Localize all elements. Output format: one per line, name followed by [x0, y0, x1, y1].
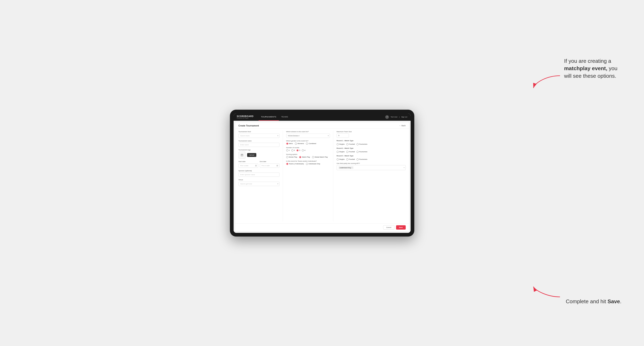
round1-label: Round 1 - Match Type [337, 140, 406, 142]
end-date-group: End date ▦ [260, 161, 280, 168]
round1-options: Singles Fourball Foursomes [337, 143, 406, 145]
round-4[interactable]: 4 [302, 149, 305, 152]
round-3[interactable]: 3 [296, 149, 300, 152]
save-button[interactable]: Save [396, 225, 406, 230]
cancel-button[interactable]: Cancel [383, 225, 394, 230]
back-link[interactable]: ← Back [399, 125, 406, 127]
start-date-label: Start date [238, 161, 258, 163]
api-select-wrap: Leaderboard King × ▾ [337, 165, 406, 170]
form-body: Tournament Host Tournament name Tourname… [235, 129, 409, 223]
main-content: Create Tournament ← Back Tournament Host [234, 121, 410, 233]
max-team-size-input[interactable] [337, 133, 349, 138]
round2-fourball[interactable]: Fourball [346, 151, 355, 153]
gender-combined[interactable]: Combined [306, 143, 316, 145]
tournament-name-group: Tournament name [238, 140, 280, 147]
tournament-name-label: Tournament name [238, 140, 280, 142]
tab-teams[interactable]: TEAMS [279, 113, 291, 121]
round3-options: Singles Fourball Foursomes [337, 158, 406, 161]
api-tag: Leaderboard King × [338, 166, 354, 169]
round1-match-type-group: Round 1 - Match Type Singles Fourball [337, 140, 406, 145]
round2-options: Singles Fourball Foursomes [337, 151, 406, 153]
gender-radio-group: Mens Womens Combined [286, 143, 330, 145]
tournament-host-input[interactable] [238, 134, 280, 138]
round1-singles[interactable]: Singles [337, 143, 345, 145]
brand-name: SCOREBOARD [237, 115, 254, 117]
round2-singles[interactable]: Singles [337, 151, 345, 153]
logo-area: Upload [238, 152, 280, 159]
round3-foursomes[interactable]: Foursomes [356, 158, 368, 161]
user-name: Test User [390, 116, 398, 118]
tournament-logo-group: Tournament logo Upload [238, 149, 280, 159]
round3-fourball[interactable]: Fourball [346, 158, 355, 161]
round3-singles[interactable]: Singles [337, 158, 345, 161]
calendar-icon: ▦ [255, 165, 257, 167]
scoring-label: Scoring system [286, 154, 330, 155]
round1-fourball[interactable]: Fourball [346, 143, 355, 145]
tablet-screen: SCOREBOARD Powered by clippit TOURNAMENT… [234, 113, 410, 233]
form-middle-column: Which division is the event for? NCAA Di… [283, 131, 330, 221]
scoring-group: Scoring system Stroke Play Match Play [286, 154, 330, 158]
sponsor-label: Sponsor (optional) [238, 170, 280, 172]
start-date-wrap: ▦ [238, 163, 258, 168]
round2-foursomes[interactable]: Foursomes [356, 151, 368, 153]
api-label: Use third-party live scoring API? [337, 163, 406, 164]
start-date-group: Start date ▦ [238, 161, 258, 168]
form-footer: Cancel Save [235, 223, 409, 231]
round-1[interactable]: 1 [286, 149, 290, 152]
tournament-name-input[interactable] [238, 143, 280, 147]
sponsor-input[interactable] [238, 173, 280, 177]
venue-label: Venue [238, 179, 280, 181]
round2-match-type-group: Round 2 - Match Type Singles Fourball [337, 147, 406, 153]
annotation-arrow-top [531, 74, 564, 90]
end-date-label: End date [260, 161, 280, 163]
signout-link[interactable]: Sign out [401, 116, 407, 118]
gender-womens[interactable]: Womens [295, 143, 304, 145]
gender-mens[interactable]: Mens [286, 143, 293, 145]
tournament-logo-label: Tournament logo [238, 149, 280, 151]
api-remove[interactable]: × [352, 167, 352, 169]
sponsor-group: Sponsor (optional) [238, 170, 280, 177]
api-select[interactable]: Leaderboard King × [337, 165, 406, 170]
tournament-host-group: Tournament Host [238, 131, 280, 138]
rounds-label: Number of rounds [286, 147, 330, 149]
avatar: T [385, 115, 389, 119]
form-header: Create Tournament ← Back [235, 122, 409, 129]
chevron-down-icon: ▾ [404, 167, 404, 169]
gender-label: Which gender is the event for? [286, 140, 330, 142]
upload-button[interactable]: Upload [247, 153, 256, 157]
round3-label: Round 3 - Match Type [337, 155, 406, 157]
division-group: Which division is the event for? NCAA Di… [286, 131, 330, 138]
rounds-group: Number of rounds 1 2 [286, 147, 330, 152]
venue-input[interactable] [238, 182, 280, 186]
round1-foursomes[interactable]: Foursomes [356, 143, 368, 145]
tab-tournaments[interactable]: TOURNAMENTS [258, 113, 279, 121]
rounds-radio-group: 1 2 3 [286, 149, 330, 152]
brand-sub: Powered by clippit [237, 117, 254, 119]
scoring-stroke[interactable]: Stroke Play [286, 156, 297, 158]
round3-match-type-group: Round 3 - Match Type Singles Fourball [337, 155, 406, 161]
round-2[interactable]: 2 [291, 149, 295, 152]
max-team-size-label: Maximum Team Size [337, 131, 406, 133]
scoring-medal[interactable]: Medal Match Play [312, 156, 328, 158]
date-row: Start date ▦ End date ▦ [238, 161, 280, 168]
form-title: Create Tournament [238, 124, 259, 127]
form-container: Create Tournament ← Back Tournament Host [235, 122, 409, 231]
round2-label: Round 2 - Match Type [337, 147, 406, 149]
tablet-frame: SCOREBOARD Powered by clippit TOURNAMENT… [230, 110, 414, 236]
teams-radio-group: Teams (+Individuals) Individuals Only [286, 163, 330, 165]
scoring-match[interactable]: Match Play [299, 156, 310, 158]
separator: | [399, 116, 400, 118]
division-label: Which division is the event for? [286, 131, 330, 133]
tournament-host-label: Tournament Host [238, 131, 280, 133]
navbar-right: T Test User | Sign out [385, 115, 407, 119]
teams-option[interactable]: Teams (+Individuals) [286, 163, 304, 165]
brand-logo: SCOREBOARD Powered by clippit [237, 115, 254, 119]
image-icon [240, 154, 244, 157]
teams-group: Is this event for Teams and/or Individua… [286, 160, 330, 165]
gender-group: Which gender is the event for? Mens Wome… [286, 140, 330, 145]
end-date-wrap: ▦ [260, 163, 280, 168]
scoring-radio-group: Stroke Play Match Play Medal Match Play [286, 156, 330, 158]
individuals-option[interactable]: Individuals Only [306, 163, 320, 165]
division-select[interactable]: NCAA Division I [286, 134, 330, 138]
venue-group: Venue [238, 179, 280, 186]
